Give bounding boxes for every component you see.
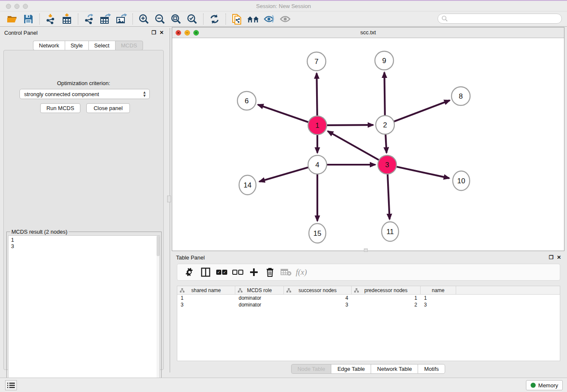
export-image-icon[interactable]	[115, 13, 128, 25]
show-columns-icon[interactable]	[199, 266, 212, 279]
table-mode-gear-icon[interactable]	[183, 266, 196, 279]
node-2[interactable]: 2	[376, 116, 394, 134]
delete-columns-icon[interactable]	[264, 266, 276, 279]
table-row[interactable]: 3dominator323	[177, 301, 560, 308]
open-session-icon[interactable]	[6, 13, 19, 25]
node-6[interactable]: 6	[237, 91, 256, 110]
window-title: Session: New Session	[0, 3, 567, 9]
zoom-fit-icon[interactable]	[170, 13, 182, 25]
cell-name[interactable]: 1	[421, 295, 456, 301]
refresh-layout-icon[interactable]	[208, 13, 221, 25]
column-header-MCDS-role[interactable]: MCDS role	[235, 286, 284, 295]
node-4[interactable]: 4	[308, 155, 327, 174]
network-canvas[interactable]: 1234678910111415	[172, 38, 564, 251]
task-history-button[interactable]	[5, 380, 17, 390]
float-panel-icon[interactable]: ❐	[151, 30, 156, 36]
memory-button[interactable]: Memory	[526, 380, 563, 390]
add-column-icon[interactable]	[248, 266, 260, 279]
column-header-shared-name[interactable]: shared name	[177, 286, 235, 295]
export-network-icon[interactable]	[83, 13, 96, 25]
toolbar-separator	[78, 14, 78, 25]
select-all-columns-icon[interactable]: ✓✓	[215, 266, 228, 279]
node-7[interactable]: 7	[307, 52, 326, 71]
node-1[interactable]: 1	[308, 116, 327, 135]
run-mcds-button[interactable]: Run MCDS	[40, 103, 80, 113]
control-panel-header: Control Panel ❐ ✕	[0, 28, 167, 38]
mcds-result-title: MCDS result (2 nodes)	[10, 229, 69, 235]
node-14[interactable]: 14	[239, 175, 256, 195]
network-window-titlebar[interactable]: ✕ − + scc.txt	[172, 28, 564, 38]
tab-mcds[interactable]: MCDS	[115, 41, 143, 50]
cell-successor-nodes[interactable]: 4	[284, 295, 352, 301]
delete-table-icon[interactable]	[280, 266, 292, 279]
node-15[interactable]: 15	[309, 224, 326, 243]
column-header-predecessor-nodes[interactable]: predecessor nodes	[352, 286, 421, 295]
cell-MCDS-role[interactable]: dominator	[235, 295, 284, 301]
column-header-name[interactable]: name	[421, 286, 456, 295]
dropdown-stepper-icon: ▲▼	[143, 91, 146, 97]
search-icon	[441, 15, 448, 22]
deselect-all-columns-icon[interactable]	[231, 266, 244, 279]
toolbar-separator	[226, 14, 226, 25]
first-neighbors-icon[interactable]	[247, 13, 259, 25]
search-input[interactable]	[438, 14, 562, 24]
tab-motifs[interactable]: Motifs	[418, 364, 445, 374]
memory-label: Memory	[538, 382, 558, 389]
export-table-icon[interactable]	[99, 13, 112, 25]
import-table-icon[interactable]	[61, 13, 73, 25]
tab-node-table[interactable]: Node Table	[291, 364, 331, 374]
column-header-successor-nodes[interactable]: successor nodes	[284, 286, 352, 295]
tab-network-table[interactable]: Network Table	[371, 364, 418, 374]
cell-shared-name[interactable]: 1	[177, 295, 235, 301]
mcds-result-scrollbar[interactable]	[157, 236, 160, 388]
svg-text:7: 7	[314, 58, 318, 66]
tab-select[interactable]: Select	[88, 41, 115, 50]
node-table-header[interactable]: shared nameMCDS rolesuccessor nodesprede…	[177, 286, 560, 295]
node-10[interactable]: 10	[453, 171, 470, 190]
list-icon	[7, 382, 15, 388]
node-9[interactable]: 9	[375, 51, 394, 70]
close-panel-icon[interactable]: ✕	[160, 30, 164, 36]
clone-network-icon[interactable]	[231, 13, 243, 25]
table-close-panel-icon[interactable]: ✕	[557, 254, 561, 260]
node-table-body[interactable]: 1dominator4113dominator323	[177, 295, 560, 308]
zoom-in-icon[interactable]	[138, 13, 150, 25]
toolbar-separator	[39, 14, 40, 25]
criterion-dropdown[interactable]: strongly connected component ▲▼	[19, 89, 150, 99]
tab-network[interactable]: Network	[33, 41, 65, 50]
zoom-out-icon[interactable]	[154, 13, 166, 25]
edge-3-1[interactable]	[328, 131, 387, 165]
tab-style[interactable]: Style	[65, 41, 88, 50]
cell-predecessor-nodes[interactable]: 2	[352, 301, 421, 308]
hide-selected-icon[interactable]	[263, 13, 275, 25]
node-3[interactable]: 3	[378, 155, 396, 174]
table-row[interactable]: 1dominator411	[177, 295, 560, 301]
cell-shared-name[interactable]: 3	[177, 301, 235, 308]
cell-successor-nodes[interactable]: 3	[284, 301, 352, 308]
toolbar-separator	[132, 14, 133, 25]
node-8[interactable]: 8	[451, 87, 470, 105]
cell-MCDS-role[interactable]: dominator	[235, 301, 284, 308]
node-11[interactable]: 11	[382, 222, 399, 241]
node-table[interactable]: shared nameMCDS rolesuccessor nodesprede…	[177, 286, 560, 361]
edge-2-8[interactable]	[385, 100, 450, 125]
import-network-icon[interactable]	[44, 13, 57, 25]
function-builder-icon[interactable]: f(x)	[296, 266, 307, 279]
network-window-title: scc.txt	[172, 29, 564, 36]
network-view-window: ✕ − + scc.txt 1234678910111415	[172, 27, 564, 251]
close-panel-button[interactable]: Close panel	[86, 103, 130, 113]
svg-text:15: 15	[314, 229, 322, 237]
zoom-selected-icon[interactable]	[186, 13, 198, 25]
horizontal-split-handle[interactable]	[364, 248, 368, 252]
tab-edge-table[interactable]: Edge Table	[331, 364, 371, 374]
memory-status-icon	[531, 383, 536, 388]
svg-text:2: 2	[383, 121, 387, 129]
table-float-panel-icon[interactable]: ❐	[549, 254, 553, 260]
save-session-icon[interactable]	[22, 13, 35, 25]
cell-predecessor-nodes[interactable]: 1	[352, 295, 421, 301]
statusbar: Memory	[0, 378, 567, 392]
vertical-split-handle[interactable]	[167, 196, 171, 202]
show-all-icon[interactable]	[279, 13, 292, 25]
mcds-result-text[interactable]: 1 3	[8, 235, 160, 389]
cell-name[interactable]: 3	[421, 301, 456, 308]
